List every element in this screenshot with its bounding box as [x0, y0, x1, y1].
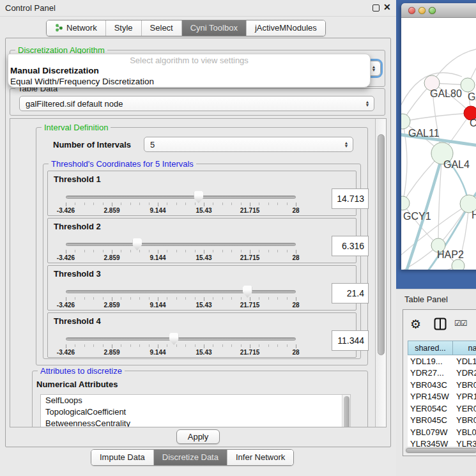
- cytoscape-workspace: Control Panel ✕ NetworkStyleSelectCyni T…: [0, 0, 476, 476]
- tick-label: 2.859: [104, 207, 119, 214]
- column-header-name[interactable]: na: [453, 341, 476, 355]
- table-row[interactable]: YER054CYER0: [408, 403, 476, 415]
- column-header-shared-name[interactable]: shared...: [408, 341, 453, 355]
- node-label-c: C: [470, 118, 476, 128]
- scrollbar-thumb[interactable]: [406, 448, 476, 453]
- cell-shared-name: YDL19...: [408, 357, 453, 366]
- combo-stepper-icon: ▲▼: [362, 100, 374, 107]
- cell-name: YPR1: [453, 392, 476, 401]
- tick-mark: [241, 344, 242, 347]
- select-columns-icon[interactable]: ☑☑: [454, 319, 467, 328]
- threshold-slider[interactable]: -3.4262.8599.14415.4321.71528: [66, 242, 296, 261]
- slider-track[interactable]: [66, 337, 296, 341]
- tick-mark: [231, 344, 232, 347]
- threshold-value-field[interactable]: [332, 330, 369, 351]
- tick-mark: [231, 250, 232, 252]
- tick-mark: [149, 344, 150, 347]
- num-intervals-combobox[interactable]: 5 ▲▼: [144, 137, 353, 152]
- tick-mark: [75, 297, 75, 300]
- panel-title: Control Panel: [5, 3, 56, 13]
- tick-label: 2.859: [104, 254, 119, 261]
- table-row[interactable]: YBR043CYBR0: [408, 379, 476, 391]
- tick-mark: [103, 344, 104, 347]
- tick-mark: [296, 203, 296, 206]
- threshold-value-field[interactable]: [332, 236, 369, 256]
- slider-thumb[interactable]: [194, 191, 203, 203]
- gear-icon[interactable]: ⚙: [410, 317, 421, 332]
- slider-thumb[interactable]: [243, 286, 252, 298]
- algorithm-options: Manual DiscretizationEqual Width/Frequen…: [10, 65, 371, 87]
- threshold-panel-1: Threshold 1-3.4262.8599.14415.4321.71528: [47, 171, 357, 216]
- slider-track[interactable]: [66, 196, 296, 199]
- tab-discretize-data[interactable]: Discretize Data: [153, 450, 227, 465]
- table-row[interactable]: YPR145WYPR1: [408, 391, 476, 403]
- table-data-combobox[interactable]: galFiltered.sif default node ▲▼: [19, 96, 374, 111]
- apply-button[interactable]: Apply: [176, 429, 220, 444]
- top-tab-bar: NetworkStyleSelectCyni ToolboxjActiveMNo…: [46, 20, 326, 36]
- tick-label: 15.43: [196, 254, 211, 261]
- algorithm-option-manual-discretization[interactable]: Manual Discretization: [10, 65, 371, 76]
- zoom-traffic-light[interactable]: [429, 7, 436, 14]
- slider-track[interactable]: [66, 290, 296, 293]
- thresholds-group-title: Threshold's Coordinates for 5 Intervals: [49, 159, 196, 169]
- node-gal11[interactable]: [401, 114, 410, 129]
- threshold-value-field[interactable]: [332, 188, 369, 209]
- interval-definition-group: Interval Definition Number of Intervals …: [36, 127, 368, 365]
- threshold-slider[interactable]: -3.4262.8599.14415.4321.71528: [66, 289, 296, 308]
- tab-label: Network: [66, 23, 97, 33]
- tick-mark: [66, 344, 66, 348]
- attributes-scrollbar[interactable]: [342, 395, 350, 427]
- network-canvas[interactable]: GAL80GACGAL11GAL4GCY1HHAP2: [401, 18, 476, 270]
- tick-mark: [185, 203, 186, 205]
- interval-group-title: Interval Definition: [42, 123, 111, 132]
- tab-select[interactable]: Select: [141, 20, 181, 36]
- tab-jactivemnodules[interactable]: jActiveMNodules: [246, 20, 325, 36]
- tick-mark: [277, 203, 278, 205]
- table-horizontal-scrollbar[interactable]: [404, 447, 476, 454]
- columns-icon[interactable]: [434, 318, 447, 333]
- float-window-icon[interactable]: [372, 4, 380, 12]
- table-row[interactable]: YDL19...YDL1: [408, 355, 476, 367]
- tick-label: 2.859: [104, 302, 119, 309]
- threshold-value-field[interactable]: [332, 283, 369, 303]
- tab-infer-network[interactable]: Infer Network: [227, 450, 293, 465]
- slider-track[interactable]: [66, 243, 296, 246]
- minimize-traffic-light[interactable]: [418, 7, 426, 14]
- tick-mark: [222, 250, 223, 252]
- tick-label: -3.426: [57, 349, 75, 356]
- tab-style[interactable]: Style: [105, 20, 141, 36]
- threshold-label: Threshold 2: [54, 222, 101, 231]
- close-icon[interactable]: ✕: [383, 2, 391, 12]
- slider-thumb[interactable]: [169, 333, 179, 345]
- slider-thumb[interactable]: [132, 238, 142, 250]
- tab-network[interactable]: Network: [47, 20, 105, 36]
- scrollbar-thumb[interactable]: [378, 134, 385, 355]
- tick-mark: [66, 297, 66, 301]
- algorithm-option-equal-width-frequency-discretization[interactable]: Equal Width/Frequency Discretization: [10, 76, 371, 87]
- close-traffic-light[interactable]: [408, 7, 415, 14]
- attribute-betweennesscentrality[interactable]: BetweennessCentrality: [41, 418, 350, 427]
- tick-mark: [277, 250, 278, 252]
- node-partial-top-right[interactable]: [461, 78, 475, 92]
- tick-mark: [112, 250, 112, 254]
- network-window-titlebar[interactable]: [401, 3, 476, 18]
- tick-mark: [158, 250, 158, 254]
- node-partial-bottom[interactable]: [452, 259, 464, 270]
- table-row[interactable]: YBL079WYBL0: [408, 426, 476, 438]
- tick-mark: [250, 297, 250, 301]
- threshold-slider[interactable]: -3.4262.8599.14415.4321.71528: [66, 194, 296, 213]
- tab-label: Select: [150, 23, 173, 33]
- tick-mark: [222, 203, 223, 205]
- attribute-selfloops[interactable]: SelfLoops: [41, 395, 350, 406]
- settings-vertical-scrollbar[interactable]: [375, 119, 386, 427]
- tick-mark: [75, 250, 75, 252]
- node-gcy1[interactable]: [401, 196, 410, 210]
- attribute-topologicalcoefficient[interactable]: TopologicalCoefficient: [41, 406, 350, 418]
- tick-mark: [195, 250, 196, 252]
- table-row[interactable]: YDR27...YDR2: [408, 367, 476, 380]
- tick-mark: [75, 203, 75, 205]
- tab-cyni-toolbox[interactable]: Cyni Toolbox: [181, 20, 246, 36]
- table-row[interactable]: YBR045CYBR0: [408, 415, 476, 427]
- threshold-slider[interactable]: -3.4262.8599.14415.4321.71528: [66, 336, 296, 355]
- tab-impute-data[interactable]: Impute Data: [91, 450, 153, 465]
